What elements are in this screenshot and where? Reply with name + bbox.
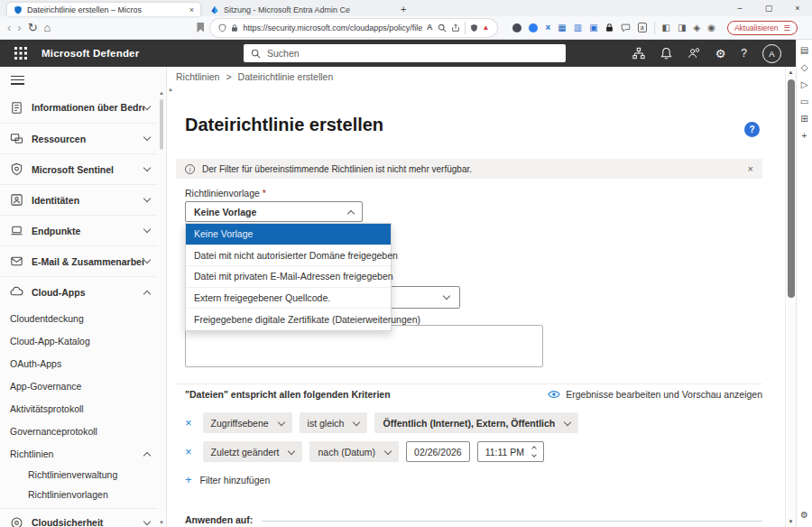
- shapes-icon[interactable]: ◈: [693, 23, 700, 32]
- scroll-up-icon[interactable]: ▲: [157, 90, 166, 96]
- sidebar-item-sentinel[interactable]: Microsoft Sentinel: [0, 153, 157, 184]
- help-icon[interactable]: ?: [741, 48, 747, 59]
- sidebar-item-policy-management[interactable]: Richtlinienverwaltung: [0, 465, 157, 485]
- bookmark-icon[interactable]: [197, 23, 204, 32]
- sidebar-item-cloud-security[interactable]: Cloudsicherheit: [0, 509, 157, 527]
- extension-grid-icon[interactable]: ▦: [558, 23, 566, 32]
- wallet-icon[interactable]: ▭: [800, 97, 808, 106]
- url-text[interactable]: https://security.microsoft.com/cloudapps…: [243, 23, 422, 32]
- sidebar-item-cloud-app-catalog[interactable]: Cloud-App-Katalog: [0, 329, 157, 352]
- settings-gear-icon[interactable]: ⚙: [715, 48, 726, 60]
- zoom-icon[interactable]: [438, 23, 447, 32]
- policy-template-select[interactable]: Keine Vorlage: [185, 201, 363, 222]
- add-tool-icon[interactable]: +: [802, 131, 807, 141]
- sidebar-item-identities[interactable]: Identitäten: [0, 184, 157, 215]
- filter-field-select[interactable]: Zuletzt geändert: [203, 441, 303, 462]
- dropdown-option[interactable]: Keine Vorlage: [186, 224, 391, 245]
- banner-close-icon[interactable]: ×: [748, 163, 753, 174]
- extension-copy-icon[interactable]: ▣: [589, 23, 597, 32]
- sidebar-scrollbar[interactable]: ▲ ▼: [157, 88, 166, 527]
- scroll-down-icon[interactable]: ▼: [157, 520, 166, 525]
- extension-icon[interactable]: [512, 23, 521, 32]
- url-bar[interactable]: https://security.microsoft.com/cloudapps…: [210, 19, 497, 37]
- sidebar-item-cloud-apps[interactable]: Cloud-Apps: [0, 276, 157, 307]
- warning-triangle-icon[interactable]: ▲: [483, 23, 490, 32]
- back-button[interactable]: ‹: [7, 22, 11, 33]
- shapes-tool-icon[interactable]: ◇: [801, 62, 808, 72]
- chat-bubble-icon[interactable]: [621, 23, 631, 32]
- scroll-up-icon[interactable]: ▲: [786, 69, 796, 75]
- app-menu-icon[interactable]: ☰: [784, 23, 791, 32]
- page-help-button[interactable]: ?: [744, 122, 760, 137]
- forward-button[interactable]: ›: [17, 22, 21, 33]
- description-textarea[interactable]: [185, 325, 543, 367]
- sidebar-item-threat-intel[interactable]: Informationen über Bedrohu: [0, 92, 157, 123]
- feedback-community-icon[interactable]: [687, 47, 700, 60]
- extension-a-icon[interactable]: a: [638, 23, 647, 32]
- remove-filter-icon[interactable]: ×: [185, 417, 192, 429]
- tenant-hierarchy-icon[interactable]: [632, 47, 645, 60]
- split-view-icon[interactable]: ◨: [678, 23, 686, 32]
- time-input[interactable]: 11:11 PM: [477, 441, 544, 462]
- filter-field-select[interactable]: Zugriffsebene: [203, 412, 292, 433]
- extension-monitor-icon[interactable]: ▥: [574, 23, 582, 32]
- preview-results-link[interactable]: Ergebnisse bearbeiten und Vorschau anzei…: [548, 389, 762, 400]
- sidebar-item-oauth-apps[interactable]: OAuth-Apps: [0, 352, 157, 374]
- reading-list-icon[interactable]: ▤: [800, 45, 808, 55]
- new-tab-button[interactable]: +: [401, 5, 406, 14]
- sidebar-item-cloud-discovery[interactable]: Cloudentdeckung: [0, 307, 157, 329]
- app-launcher-waffle-icon[interactable]: [14, 47, 27, 60]
- close-window-button[interactable]: ×: [783, 4, 812, 13]
- sidebar-panel-icon[interactable]: ◧: [662, 23, 670, 32]
- sidebar-item-email-collab[interactable]: E-Mail & Zusammenarbeit: [0, 245, 157, 276]
- sidebar-item-governance-log[interactable]: Governanceprotokoll: [0, 420, 157, 442]
- sidebar-item-activity-log[interactable]: Aktivitätsprotokoll: [0, 397, 157, 420]
- dropdown-option[interactable]: Datei mit nicht autorisierter Domäne fre…: [186, 245, 391, 267]
- stepper-down-icon[interactable]: [531, 452, 537, 458]
- page-scrollbar[interactable]: ▲ ▼: [785, 67, 796, 527]
- translate-icon[interactable]: A: [427, 23, 433, 32]
- dropdown-option[interactable]: Extern freigegebener Quellcode.: [186, 288, 391, 310]
- stepper-up-icon[interactable]: [531, 446, 537, 451]
- tab-file-policy[interactable]: Dateirichtlinie erstellen – Micros ×: [7, 3, 200, 16]
- extension-icon[interactable]: [529, 23, 538, 32]
- home-button[interactable]: ⌂: [44, 22, 51, 33]
- filter-operator-select[interactable]: nach (Datum): [309, 441, 399, 462]
- update-button[interactable]: Aktualisieren ☰: [727, 21, 798, 35]
- sidebar-item-app-governance[interactable]: App-Governance: [0, 374, 157, 397]
- dropdown-option[interactable]: Freigegebene digitale Zertifikate (Datei…: [186, 309, 391, 330]
- sidebar-item-policies[interactable]: Richtlinien: [0, 442, 157, 465]
- sidebar-item-resources[interactable]: Ressourcen: [0, 123, 157, 153]
- time-stepper[interactable]: [532, 447, 536, 457]
- remove-filter-icon[interactable]: ×: [185, 446, 192, 458]
- share-icon[interactable]: [451, 23, 460, 32]
- minimize-button[interactable]: –: [725, 4, 754, 13]
- reload-button[interactable]: ↻: [28, 22, 38, 33]
- sidebar-scrollbar-thumb[interactable]: [160, 99, 163, 150]
- scrollbar-thumb[interactable]: [788, 79, 795, 298]
- tab-entra-session[interactable]: Sitzung - Microsoft Entra Admin Ce: [204, 3, 392, 16]
- tracking-protection-shield-icon[interactable]: [470, 23, 478, 32]
- filter-value-select[interactable]: Öffentlich (Internet), Extern, Öffentlic…: [374, 412, 578, 433]
- sidebar-item-policy-templates[interactable]: Richtlinienvorlagen: [0, 485, 157, 504]
- account-avatar[interactable]: A: [762, 44, 781, 63]
- nav-collapse-hamburger-icon[interactable]: [11, 73, 24, 87]
- rail-settings-icon[interactable]: ⚙: [800, 510, 808, 520]
- global-search[interactable]: [244, 44, 566, 62]
- save-icon[interactable]: ⊞: [800, 114, 807, 124]
- scroll-down-icon[interactable]: ▼: [786, 519, 796, 524]
- video-icon[interactable]: ▷: [801, 79, 808, 89]
- profile-shield-icon[interactable]: ◉: [707, 23, 715, 32]
- add-filter-button[interactable]: + Filter hinzufügen: [185, 474, 270, 485]
- tab-close-icon[interactable]: ×: [189, 5, 194, 14]
- permissions-shield-icon[interactable]: [218, 23, 226, 32]
- filter-operator-select[interactable]: ist gleich: [300, 412, 368, 433]
- breadcrumb-policies-link[interactable]: Richtlinien: [176, 71, 219, 82]
- extension-x-icon[interactable]: ×: [545, 23, 550, 32]
- date-input[interactable]: 02/26/2026: [406, 441, 470, 462]
- maximize-button[interactable]: ▢: [754, 4, 783, 13]
- dropdown-option[interactable]: Datei mit privaten E-Mail-Adressen freig…: [186, 266, 391, 288]
- password-lock-icon[interactable]: [605, 23, 614, 32]
- sidebar-item-endpoints[interactable]: Endpunkte: [0, 215, 157, 245]
- notifications-bell-icon[interactable]: [660, 47, 672, 60]
